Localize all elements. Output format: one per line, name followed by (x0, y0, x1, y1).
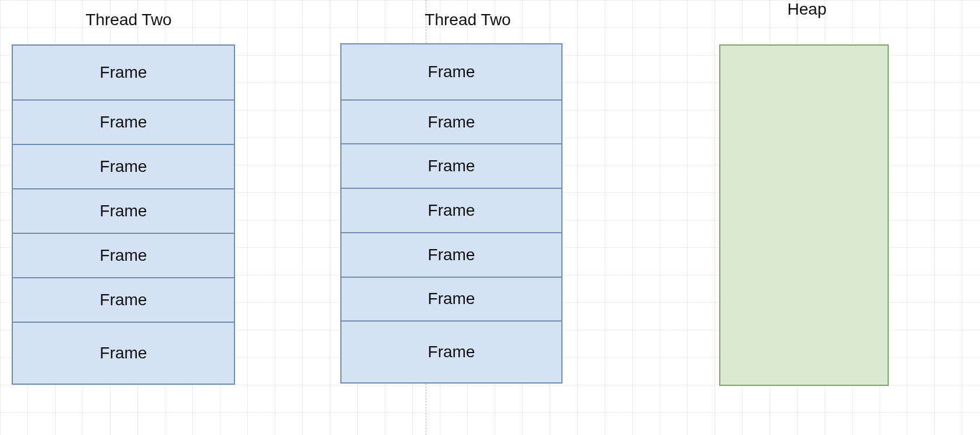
stack-frame: Frame (341, 232, 561, 277)
stack-frame: Frame (341, 277, 561, 321)
stack-frame: Frame (341, 143, 561, 188)
stack-frame: Frame (341, 99, 561, 144)
stack-frame: Frame (13, 188, 234, 233)
stack-frame: Frame (13, 46, 234, 99)
thread-two-stack: Frame Frame Frame Frame Frame Frame Fram… (340, 43, 563, 384)
thread-two-label: Thread Two (409, 11, 526, 29)
stack-frame: Frame (341, 44, 561, 99)
thread-one-stack: Frame Frame Frame Frame Frame Frame Fram… (12, 44, 235, 385)
stack-frame: Frame (13, 144, 234, 188)
stack-frame: Frame (13, 233, 234, 277)
stack-frame: Frame (13, 322, 234, 384)
stack-frame: Frame (13, 277, 234, 322)
stack-frame: Frame (13, 99, 234, 144)
stack-frame: Frame (341, 188, 561, 232)
heap-box (719, 44, 889, 386)
heap-label: Heap (772, 0, 842, 19)
thread-one-label: Thread Two (70, 11, 187, 29)
stack-frame: Frame (341, 320, 561, 382)
